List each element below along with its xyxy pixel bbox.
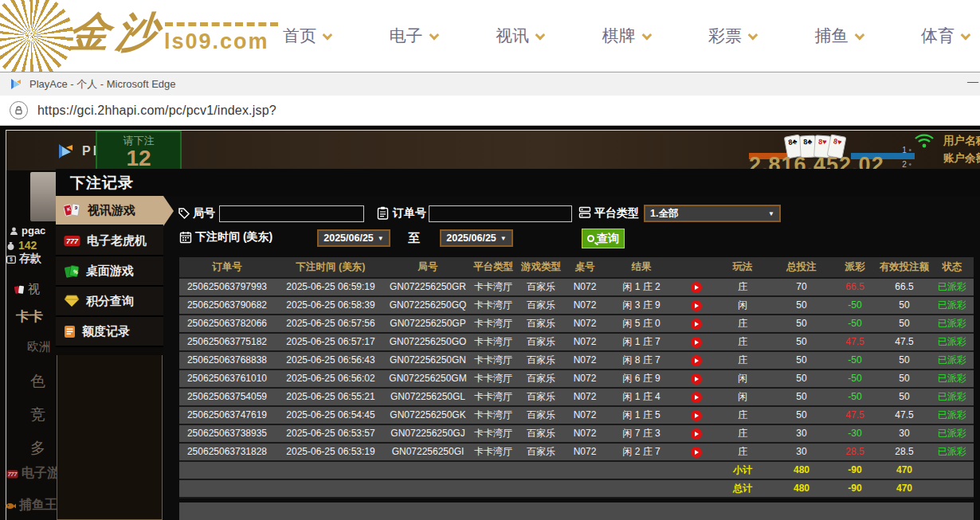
- platform-select[interactable]: 1.全部 ▼: [644, 205, 781, 222]
- date-from-picker[interactable]: 2025/06/25 ▼: [317, 229, 390, 247]
- cell-replay: [678, 352, 714, 369]
- sidebar-item-points[interactable]: 积分查询: [56, 287, 163, 317]
- cell-payout: 47.5: [832, 334, 878, 350]
- table-row[interactable]: 250625063731828 2025-06-25 06:53:19 GN07…: [179, 444, 974, 462]
- logo-dashes: [165, 22, 278, 26]
- sidebar-item-table-games[interactable]: % 桌面游戏: [56, 256, 163, 287]
- cell-status: 已派彩: [931, 352, 974, 369]
- cell-replay: [678, 297, 714, 314]
- cell-status: 已派彩: [931, 407, 974, 424]
- col-result: 结果: [605, 257, 678, 277]
- play-icon[interactable]: [691, 373, 702, 385]
- play-icon[interactable]: [691, 300, 702, 311]
- cell-payout: -50: [832, 389, 878, 405]
- cell-table-no: N072: [565, 352, 605, 369]
- dropdown-arrow-icon: ▼: [768, 210, 774, 217]
- col-play: 玩法: [714, 257, 771, 277]
- edge-urlbar[interactable]: https://gci.2hhapi.com/pc/pcv1/index.jsp…: [0, 96, 980, 126]
- play-icon[interactable]: [691, 337, 702, 348]
- cell-play: 庄: [714, 352, 771, 369]
- cell-bet-time: 2025-06-25 06:56:43: [275, 352, 386, 369]
- cell-platform: 卡卡湾厅: [469, 370, 517, 387]
- nav-item-live[interactable]: 视讯: [496, 25, 543, 47]
- cell-total-bet: 50: [771, 407, 832, 424]
- logo-chinese[interactable]: 金沙: [65, 5, 167, 61]
- cell-payout: 47.5: [832, 407, 878, 424]
- account-balance-label: 账户余额:: [943, 150, 980, 167]
- play-icon[interactable]: [691, 392, 702, 403]
- edge-titlebar: PlayAce - 个人 - Microsoft Edge —: [0, 72, 980, 96]
- cell-game-type: 百家乐: [517, 297, 565, 314]
- table-row[interactable]: 250625063797993 2025-06-25 06:59:19 GN07…: [179, 279, 974, 297]
- table-row[interactable]: 250625063790682 2025-06-25 06:58:39 GN07…: [179, 297, 974, 315]
- cell-platform: 卡卡湾厅: [469, 279, 517, 295]
- cell-platform: 卡卡湾厅: [469, 334, 517, 350]
- sidebar-item-label: 额度记录: [82, 324, 130, 339]
- user-name-label: 用户名称:: [943, 132, 980, 150]
- col-round-id: 局号: [386, 257, 469, 277]
- nav-item-fishing[interactable]: 捕鱼: [815, 25, 862, 47]
- cell-order-id: 250625063761010: [179, 370, 275, 387]
- nav-item-chess[interactable]: 棋牌: [602, 25, 649, 47]
- cell-total-bet: 50: [771, 297, 832, 314]
- search-button[interactable]: 查询: [582, 229, 625, 248]
- bet-timer: 请下注 12: [96, 131, 182, 172]
- table-row[interactable]: 250625063775182 2025-06-25 06:57:17 GN07…: [179, 334, 974, 352]
- cell-valid-bet: 50: [878, 389, 931, 405]
- cell-result: 闲 1 庄 4: [605, 389, 678, 405]
- cell-result: 闲 3 庄 9: [605, 297, 678, 314]
- table-row[interactable]: 250625063754059 2025-06-25 06:55:21 GN07…: [179, 389, 974, 407]
- table-row[interactable]: 250625063782066 2025-06-25 06:57:56 GN07…: [179, 315, 974, 334]
- cell-round-id: GN072256250GR: [386, 279, 469, 295]
- col-order-id: 订单号: [179, 257, 275, 277]
- cell-valid-bet: 47.5: [878, 407, 931, 424]
- duo-fragment: 多: [30, 438, 45, 459]
- order-input[interactable]: [429, 205, 572, 222]
- cell-game-type: 百家乐: [517, 444, 565, 460]
- cell-table-no: N072: [565, 279, 605, 295]
- nav-item-lottery[interactable]: 彩票: [708, 25, 755, 47]
- total-label: 总计: [714, 480, 771, 497]
- cell-status: 已派彩: [931, 297, 974, 314]
- play-icon[interactable]: [691, 355, 702, 366]
- play-icon[interactable]: [691, 282, 702, 293]
- round-input[interactable]: [219, 205, 364, 222]
- table-row[interactable]: 250625063768838 2025-06-25 06:56:43 GN07…: [179, 352, 974, 370]
- cell-replay: [678, 334, 714, 350]
- table-row[interactable]: 250625063761010 2025-06-25 06:56:02 GN07…: [179, 370, 974, 389]
- play-icon[interactable]: [691, 319, 702, 330]
- table-body: 250625063797993 2025-06-25 06:59:19 GN07…: [179, 279, 974, 462]
- page-content: PLAYACE 请下注 12 8♣ 8♣ 8♥ 8♥: [0, 126, 980, 520]
- cell-status: 已派彩: [931, 389, 974, 405]
- sidebar-item-slots[interactable]: 777 电子老虎机: [56, 226, 163, 256]
- sidebar-item-credit-records[interactable]: 额度记录: [56, 317, 163, 347]
- cell-valid-bet: 50: [878, 370, 931, 387]
- cell-result: 闲 6 庄 9: [605, 370, 678, 387]
- cell-status: 已派彩: [931, 279, 974, 295]
- jing-fragment: 竞: [30, 405, 45, 425]
- cell-play: 庄: [714, 444, 771, 460]
- table-row[interactable]: 250625063747619 2025-06-25 06:54:45 GN07…: [179, 407, 974, 425]
- sidebar-item-live-games[interactable]: K9 视讯游戏: [56, 196, 163, 226]
- slot-777-icon: 777: [64, 235, 80, 247]
- cell-bet-time: 2025-06-25 06:57:17: [275, 334, 386, 350]
- cell-bet-time: 2025-06-25 06:58:39: [275, 297, 386, 314]
- hall-fragment: 卡卡: [16, 307, 43, 326]
- chevron-down-icon: [641, 29, 652, 40]
- minimize-button[interactable]: —: [967, 75, 978, 88]
- date-to-picker[interactable]: 2025/06/25 ▼: [440, 229, 513, 247]
- cell-table-no: N072: [565, 444, 605, 460]
- nav-item-sports[interactable]: 体育: [921, 25, 968, 47]
- cell-round-id: GN072256250GI: [386, 444, 469, 460]
- nav-item-home[interactable]: 首页: [283, 25, 330, 47]
- play-icon[interactable]: [691, 428, 702, 440]
- nav-item-electronic[interactable]: 电子: [390, 25, 437, 47]
- playace-favicon: [10, 77, 23, 91]
- play-icon[interactable]: [691, 410, 702, 421]
- col-game-type: 游戏类型: [517, 257, 565, 277]
- cell-round-id: GN072256250GL: [386, 389, 469, 405]
- lock-icon[interactable]: [10, 101, 28, 119]
- table-row[interactable]: 250625063738935 2025-06-25 06:53:57 GN07…: [179, 425, 974, 444]
- play-icon[interactable]: [691, 447, 702, 458]
- url-text[interactable]: https://gci.2hhapi.com/pc/pcv1/index.jsp…: [37, 104, 276, 118]
